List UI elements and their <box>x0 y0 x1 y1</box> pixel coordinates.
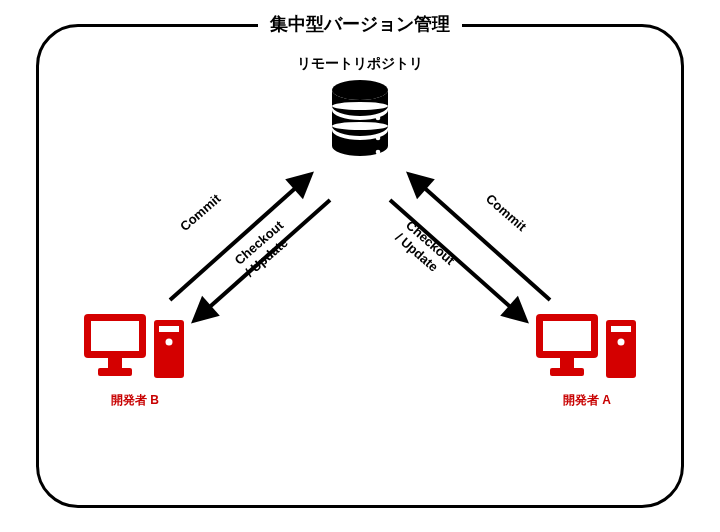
diagram-title-wrap: 集中型バージョン管理 <box>0 12 720 36</box>
svg-point-16 <box>166 339 173 346</box>
svg-rect-15 <box>159 326 179 332</box>
svg-point-23 <box>618 339 625 346</box>
computer-icon <box>82 368 188 385</box>
remote-repo-label: リモートリポジトリ <box>0 55 720 73</box>
database-icon <box>329 80 391 160</box>
diagram-title: 集中型バージョン管理 <box>258 12 462 36</box>
diagram-canvas: 集中型バージョン管理 リモートリポジトリ <box>0 0 720 532</box>
svg-rect-21 <box>543 321 591 351</box>
svg-rect-18 <box>560 358 574 368</box>
svg-rect-14 <box>91 321 139 351</box>
svg-point-3 <box>376 116 381 121</box>
svg-rect-11 <box>108 358 122 368</box>
svg-rect-12 <box>98 368 132 376</box>
svg-point-0 <box>332 80 388 100</box>
svg-point-5 <box>376 150 381 155</box>
svg-rect-22 <box>611 326 631 332</box>
developer-b: 開発者 B <box>82 310 188 409</box>
svg-point-1 <box>332 102 388 110</box>
developer-a: 開発者 A <box>534 310 640 409</box>
developer-b-label: 開発者 B <box>82 392 188 409</box>
svg-point-4 <box>376 136 381 141</box>
developer-a-label: 開発者 A <box>534 392 640 409</box>
svg-rect-19 <box>550 368 584 376</box>
svg-point-2 <box>332 122 388 130</box>
computer-icon <box>534 368 640 385</box>
